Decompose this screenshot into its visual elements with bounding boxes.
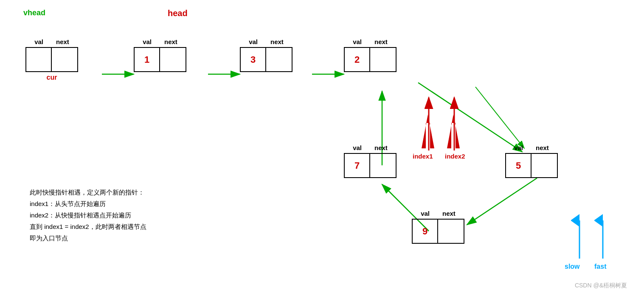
head-label: head bbox=[168, 8, 188, 18]
node9: val next 9 bbox=[412, 210, 464, 244]
node7-next-cell bbox=[370, 154, 396, 177]
node3-next-header: next bbox=[270, 38, 284, 45]
slow-arrow bbox=[571, 212, 588, 263]
index2-arrow bbox=[445, 114, 462, 153]
node2-next-cell bbox=[370, 48, 396, 71]
slow-label: slow bbox=[565, 263, 580, 270]
node3-val-cell: 3 bbox=[241, 48, 266, 71]
node5-val-cell: 5 bbox=[506, 154, 532, 177]
svg-marker-18 bbox=[447, 114, 460, 148]
node2-val-header: val bbox=[353, 38, 362, 45]
node2-val-cell: 2 bbox=[345, 48, 370, 71]
node1-val-header: val bbox=[143, 38, 152, 45]
fast-label: fast bbox=[594, 263, 606, 270]
node9-val-cell: 9 bbox=[413, 220, 438, 243]
svg-line-12 bbox=[475, 87, 524, 148]
index1-arrow bbox=[419, 114, 436, 153]
node3-box: 3 bbox=[240, 47, 292, 72]
node5-next-cell bbox=[532, 154, 557, 177]
vhead-next-header: next bbox=[56, 38, 69, 45]
node7-next-header: next bbox=[374, 144, 388, 151]
node2: val next 2 bbox=[344, 38, 397, 72]
node7-val-header: val bbox=[353, 144, 362, 151]
vhead-label: vhead bbox=[23, 8, 45, 17]
node2-next-header: next bbox=[374, 38, 388, 45]
desc-line1: 此时快慢指针相遇，定义两个新的指针： bbox=[30, 187, 146, 198]
fast-arrow bbox=[594, 212, 611, 263]
vhead-next-cell bbox=[52, 48, 77, 71]
desc-line2: index1：从头节点开始遍历 bbox=[30, 198, 146, 209]
node1-val-cell: 1 bbox=[135, 48, 160, 71]
description-block: 此时快慢指针相遇，定义两个新的指针： index1：从头节点开始遍历 index… bbox=[30, 187, 146, 244]
cur-label: cur bbox=[47, 74, 57, 81]
node5: val next 5 bbox=[505, 144, 558, 178]
watermark: CSDN @&梧桐树夏 bbox=[575, 282, 627, 290]
node9-next-cell bbox=[438, 220, 464, 243]
vhead-node: val next cur bbox=[25, 38, 78, 81]
node1-next-header: next bbox=[164, 38, 177, 45]
node3-val-header: val bbox=[249, 38, 258, 45]
node3-next-cell bbox=[266, 48, 292, 71]
node7-box: 7 bbox=[344, 153, 397, 178]
index2-label: index2 bbox=[445, 153, 465, 160]
node1: val next 1 bbox=[134, 38, 186, 72]
desc-line4: 直到 index1 = index2，此时两者相遇节点 bbox=[30, 221, 146, 232]
node9-box: 9 bbox=[412, 219, 464, 244]
svg-line-7 bbox=[467, 178, 537, 225]
node7: val next 7 bbox=[344, 144, 397, 178]
svg-marker-17 bbox=[422, 114, 434, 148]
node7-val-cell: 7 bbox=[345, 154, 370, 177]
node9-val-header: val bbox=[421, 210, 430, 217]
node1-box: 1 bbox=[134, 47, 186, 72]
index1-label: index1 bbox=[413, 153, 433, 160]
vhead-val-header: val bbox=[34, 38, 43, 45]
vhead-val-cell bbox=[26, 48, 52, 71]
vhead-box bbox=[25, 47, 78, 72]
node5-next-header: next bbox=[536, 144, 549, 151]
desc-line3: index2：从快慢指针相遇点开始遍历 bbox=[30, 209, 146, 221]
node5-box: 5 bbox=[505, 153, 558, 178]
node9-next-header: next bbox=[442, 210, 456, 217]
node1-next-cell bbox=[160, 48, 186, 71]
node3: val next 3 bbox=[240, 38, 292, 72]
node2-box: 2 bbox=[344, 47, 397, 72]
node5-val-header: val bbox=[514, 144, 523, 151]
desc-line5: 即为入口节点 bbox=[30, 232, 146, 244]
